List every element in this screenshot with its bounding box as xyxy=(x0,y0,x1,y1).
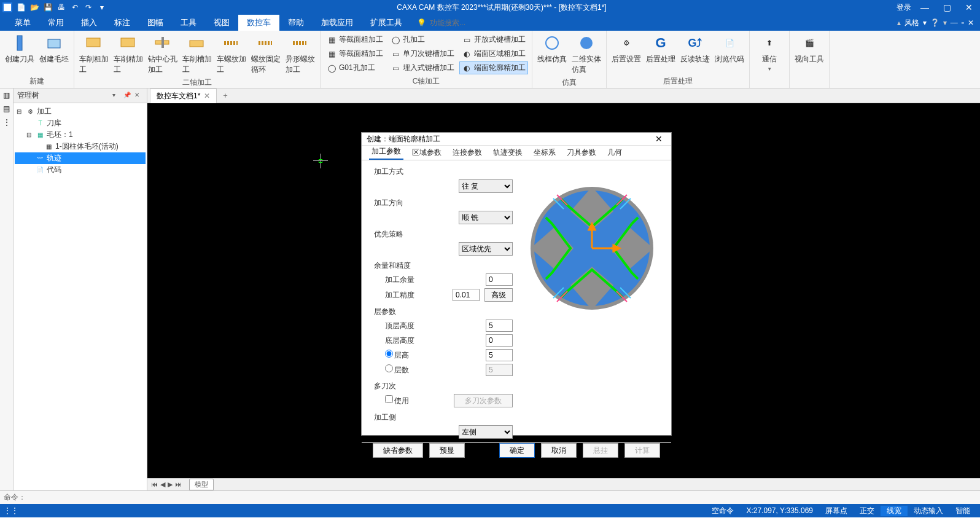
tree-blank[interactable]: ⊟▦毛坯：1 xyxy=(15,129,146,141)
face-region-rough-button[interactable]: ◐端面区域粗加工 xyxy=(459,47,528,60)
input-bottom-height[interactable] xyxy=(486,334,513,347)
tree-tool-library[interactable]: ⟙刀库 xyxy=(15,117,146,129)
radio-layer-height-label[interactable]: 层高 xyxy=(385,350,409,361)
menu-help[interactable]: 帮助 xyxy=(279,15,313,31)
thread-cycle-button[interactable]: 螺纹固定循环 xyxy=(250,32,282,76)
equal-section-finish-button[interactable]: ▦等截面精加工 xyxy=(324,47,386,60)
menu-common[interactable]: 常用 xyxy=(39,15,72,31)
tab-tool-params[interactable]: 刀具参数 xyxy=(564,146,599,160)
tree-code[interactable]: 📄代码 xyxy=(15,164,146,176)
undo-icon[interactable]: ↶ xyxy=(70,2,80,12)
tree-root-machining[interactable]: ⊟⚙加工 xyxy=(15,106,146,117)
status-linewidth[interactable]: 线宽 xyxy=(881,506,908,516)
select-machining-mode[interactable]: 往 复 xyxy=(459,179,513,193)
inner-restore-icon[interactable]: ▫ xyxy=(962,18,964,27)
style-dropdown-icon[interactable]: ▾ xyxy=(923,18,927,27)
solid-sim-button[interactable]: 二维实体仿真 xyxy=(570,32,602,76)
menu-annotate[interactable]: 标注 xyxy=(106,15,139,31)
create-tool-button[interactable]: 创建刀具 xyxy=(4,32,36,66)
default-params-button[interactable]: 缺省参数 xyxy=(373,443,423,458)
ok-button[interactable]: 确定 xyxy=(499,443,535,458)
style-label[interactable]: 风格 xyxy=(904,18,919,28)
menu-ext-tools[interactable]: 扩展工具 xyxy=(362,15,411,31)
login-link[interactable]: 登录 xyxy=(896,2,911,13)
preview-button[interactable]: 预显 xyxy=(429,443,465,458)
command-line[interactable]: 命令： xyxy=(0,490,980,504)
single-keyway-button[interactable]: ▭单刀次键槽加工 xyxy=(388,47,457,60)
browse-code-button[interactable]: 📄浏览代码 xyxy=(714,32,745,66)
face-contour-finish-button[interactable]: ◐端面轮廓精加工 xyxy=(459,61,528,74)
menu-view[interactable]: 视图 xyxy=(205,15,238,31)
first-icon[interactable]: ⏮ xyxy=(151,481,158,489)
tree-dropdown-icon[interactable]: ▾ xyxy=(112,92,121,100)
tree-blank-item[interactable]: ▦1-圆柱体毛坯(活动) xyxy=(15,141,146,152)
tab-connect-params[interactable]: 连接参数 xyxy=(450,146,484,160)
input-layer-height[interactable] xyxy=(486,349,513,361)
inner-close-icon[interactable]: ✕ xyxy=(968,18,974,27)
inner-minimize-icon[interactable]: — xyxy=(951,18,958,27)
model-tab[interactable]: 模型 xyxy=(189,479,214,490)
special-thread-button[interactable]: 异形螺纹加工 xyxy=(284,32,316,76)
save-icon[interactable]: 💾 xyxy=(43,2,53,12)
radio-layer-count-label[interactable]: 层数 xyxy=(385,364,409,375)
maximize-button[interactable]: ▢ xyxy=(938,1,955,14)
function-search-input[interactable] xyxy=(426,17,526,28)
open-icon[interactable]: 📂 xyxy=(29,2,39,12)
comm-button[interactable]: ⬆通信▾ xyxy=(753,32,785,73)
open-keyway-button[interactable]: ▭开放式键槽加工 xyxy=(459,33,528,46)
g01-hole-button[interactable]: ◯G01孔加工 xyxy=(324,61,386,74)
input-machining-allowance[interactable] xyxy=(486,273,513,286)
hole-machining-button[interactable]: ◯孔加工 xyxy=(388,33,457,46)
menu-load-app[interactable]: 加载应用 xyxy=(313,15,362,31)
minimize-button[interactable]: — xyxy=(916,1,933,14)
status-screen-pt[interactable]: 屏幕点 xyxy=(819,506,854,516)
select-machining-direction[interactable]: 顺 铣 xyxy=(459,211,513,224)
doc-tab-close-icon[interactable]: ✕ xyxy=(204,92,210,100)
tab-coord-sys[interactable]: 坐标系 xyxy=(531,146,558,160)
menu-main[interactable]: 菜单 xyxy=(6,15,39,31)
tree-pin-icon[interactable]: 📌 xyxy=(123,92,132,100)
reverse-read-button[interactable]: G⤴反读轨迹 xyxy=(679,32,711,66)
side-tab-icon2[interactable]: ▤ xyxy=(3,104,10,113)
prev-icon[interactable]: ◀ xyxy=(160,481,165,489)
post-process-button[interactable]: G后置处理 xyxy=(645,32,677,66)
create-blank-button[interactable]: 创建毛坯 xyxy=(38,32,70,66)
new-icon[interactable]: 📄 xyxy=(16,2,26,12)
rough-turning-button[interactable]: 车削粗加工 xyxy=(78,32,110,76)
select-priority-strategy[interactable]: 区域优先 xyxy=(459,242,513,256)
radio-layer-count[interactable] xyxy=(385,364,393,372)
wireframe-sim-button[interactable]: 线框仿真 xyxy=(536,32,568,66)
center-drill-button[interactable]: 钻中心孔加工 xyxy=(147,32,179,76)
advanced-button[interactable]: 高级 xyxy=(484,288,513,302)
side-tab-icon[interactable]: ▥ xyxy=(3,91,10,100)
tab-traj-transform[interactable]: 轨迹变换 xyxy=(491,146,525,160)
checkbox-use-multi[interactable] xyxy=(385,395,393,403)
print-icon[interactable]: 🖶 xyxy=(56,2,66,12)
cancel-button[interactable]: 取消 xyxy=(541,443,577,458)
embedded-keyway-button[interactable]: ▭埋入式键槽加工 xyxy=(388,61,457,74)
equal-section-rough-button[interactable]: ▦等截面粗加工 xyxy=(324,33,386,46)
tree-trajectory[interactable]: 〰轨迹 xyxy=(15,152,146,164)
dropdown-icon[interactable]: ▾ xyxy=(97,2,107,12)
groove-turning-button[interactable]: 车削槽加工 xyxy=(181,32,213,76)
checkbox-use-multi-label[interactable]: 使用 xyxy=(385,395,409,406)
post-settings-button[interactable]: ⚙后置设置 xyxy=(610,32,642,66)
redo-icon[interactable]: ↷ xyxy=(84,2,93,12)
add-document-tab[interactable]: ＋ xyxy=(217,88,234,103)
view-tools-button[interactable]: 🎬视向工具 xyxy=(793,32,825,66)
tab-region-params[interactable]: 区域参数 xyxy=(410,146,444,160)
status-dynamic-input[interactable]: 动态输入 xyxy=(908,506,949,516)
close-button[interactable]: ✕ xyxy=(960,1,978,14)
menu-insert[interactable]: 插入 xyxy=(72,15,106,31)
input-machining-precision[interactable] xyxy=(453,289,480,301)
radio-layer-height[interactable] xyxy=(385,350,393,358)
dialog-close-button[interactable]: ✕ xyxy=(651,133,666,145)
input-top-height[interactable] xyxy=(486,320,513,332)
document-tab[interactable]: 数控车文档1* ✕ xyxy=(150,88,217,103)
menu-lathe[interactable]: 数控车 xyxy=(238,15,279,31)
select-machining-side[interactable]: 左侧 xyxy=(459,425,513,439)
finish-turning-button[interactable]: 车削精加工 xyxy=(112,32,144,76)
status-smart[interactable]: 智能 xyxy=(949,506,976,516)
side-tab-icon3[interactable]: ⋮ xyxy=(3,118,10,127)
tree-close-icon[interactable]: ✕ xyxy=(134,92,143,100)
